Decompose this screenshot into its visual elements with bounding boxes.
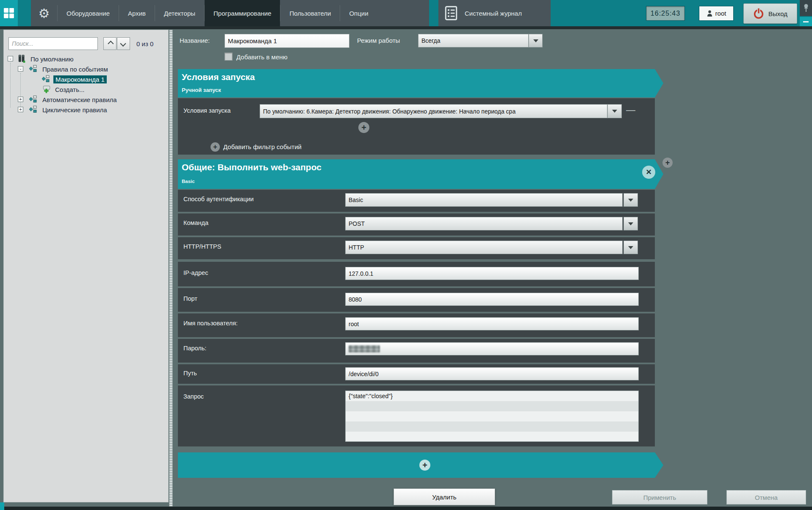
add-action-block-button[interactable]: + <box>662 158 673 168</box>
settings-gear-button[interactable]: ⚙ <box>31 0 57 26</box>
search-next-button[interactable] <box>117 37 130 50</box>
work-mode-dropdown-button[interactable] <box>529 34 543 47</box>
tree-item-label[interactable]: Автоматические правила <box>42 96 117 103</box>
launch-conditions-title: Условия запуска <box>182 72 255 82</box>
tab-2[interactable]: Архив <box>119 0 155 26</box>
search-placeholder: Поиск... <box>12 40 33 47</box>
add-event-filter-label[interactable]: Добавить фильтр событий <box>223 143 302 150</box>
field-input[interactable]: root <box>345 317 639 330</box>
current-user-button[interactable]: root <box>699 6 734 21</box>
field-select[interactable]: HTTP <box>345 241 623 254</box>
form-row-7: Пароль: <box>178 339 655 363</box>
logout-label: Выход <box>768 10 787 17</box>
delete-button[interactable]: Удалить <box>394 488 495 505</box>
chevron-up-icon <box>108 41 114 47</box>
field-input[interactable]: 127.0.0.1 <box>345 267 639 280</box>
logout-button[interactable]: Выход <box>743 3 797 24</box>
add-condition-button[interactable]: + <box>358 122 369 133</box>
form-row-5: Порт8080 <box>178 288 655 312</box>
server-icon <box>17 55 26 64</box>
tab-5[interactable]: Пользователи <box>280 0 340 26</box>
tree-item-2[interactable]: Правила по событиям <box>42 64 108 74</box>
macro-name-value: Макрокоманда 1 <box>228 37 277 44</box>
field-label: IP-адрес <box>183 269 208 276</box>
tree-guide-line <box>20 73 21 109</box>
field-value: HTTP <box>349 244 364 251</box>
search-input[interactable]: Поиск... <box>8 37 98 50</box>
minus-icon <box>803 21 809 22</box>
add-event-filter-plus-button[interactable]: + <box>211 142 220 152</box>
tree-item-label[interactable]: По умолчанию <box>30 55 73 63</box>
delete-label: Удалить <box>432 493 456 501</box>
field-value: root <box>349 321 359 327</box>
launch-condition-value: По умолчанию: 6.Камера: Детектор движени… <box>263 108 515 115</box>
expand-toggle[interactable]: + <box>18 97 23 102</box>
launch-conditions-header: Условия запуска Ручной запуск <box>178 69 663 97</box>
work-mode-select[interactable]: Всегда <box>418 34 529 47</box>
field-select[interactable]: POST <box>345 217 623 230</box>
add-to-menu-label: Добавить в меню <box>236 53 288 61</box>
tree-item-4[interactable]: Создать... <box>55 85 85 94</box>
system-journal-button[interactable]: Системный журнал <box>438 0 551 26</box>
password-value-redacted <box>349 345 380 352</box>
field-select[interactable]: Basic <box>345 193 623 207</box>
cancel-label: Отмена <box>755 494 778 501</box>
collapse-toggle[interactable]: - <box>8 56 13 61</box>
tree-item-1[interactable]: По умолчанию <box>30 54 73 64</box>
system-journal-label: Системный журнал <box>465 10 522 17</box>
rule-icon <box>29 105 37 115</box>
form-row-2: КомандаPOST <box>178 213 655 236</box>
tree-item-label[interactable]: Циклические правила <box>42 106 107 114</box>
close-action-button[interactable]: ✕ <box>642 166 655 179</box>
password-field[interactable] <box>345 342 639 355</box>
field-dropdown-button[interactable] <box>624 193 638 207</box>
grid-icon <box>3 8 14 19</box>
form-row-6: Имя пользователя:root <box>178 313 655 337</box>
tree-item-label[interactable]: Макрокоманда 1 <box>53 75 107 83</box>
tab-strip: ОборудованиеАрхивДетекторыПрограммирован… <box>58 0 377 26</box>
tab-6[interactable]: Опции <box>340 0 377 26</box>
launch-condition-dropdown-button[interactable] <box>607 104 622 118</box>
tab-1[interactable]: Оборудование <box>58 0 119 26</box>
collapse-panel-button[interactable] <box>800 17 812 26</box>
field-input[interactable]: 8080 <box>345 293 639 306</box>
panel-splitter-handle[interactable] <box>169 30 173 507</box>
remove-condition-button[interactable]: — <box>626 106 635 114</box>
pin-panel-button[interactable] <box>800 0 812 16</box>
tree-item-5[interactable]: Автоматические правила <box>42 95 117 104</box>
action-header: Общие: Выполнить web-запрос Basic <box>178 159 663 189</box>
macro-name-label: Название: <box>180 37 210 44</box>
field-dropdown-button[interactable] <box>624 217 638 230</box>
add-action-button[interactable]: + <box>419 460 430 471</box>
macro-name-input[interactable]: Макрокоманда 1 <box>224 34 349 48</box>
apply-label: Применить <box>643 494 676 501</box>
form-row-3: HTTP/HTTPSHTTP <box>178 237 655 259</box>
search-prev-button[interactable] <box>103 37 116 50</box>
main-menu: ⚙ ОборудованиеАрхивДетекторыПрограммиров… <box>31 0 429 26</box>
topbar-shadow-strip <box>0 26 812 29</box>
tree-item-label[interactable]: Создать... <box>55 86 85 93</box>
tab-4[interactable]: Программирование <box>205 0 280 26</box>
field-dropdown-button[interactable] <box>624 241 638 254</box>
field-input[interactable]: /device/di/0 <box>345 367 639 380</box>
rule-icon <box>29 65 37 74</box>
gear-icon: ⚙ <box>39 6 50 21</box>
field-textarea[interactable]: {"state":"closed"} <box>345 391 639 442</box>
app-menu-button[interactable] <box>0 0 18 26</box>
tree-item-label[interactable]: Правила по событиям <box>42 66 108 73</box>
expand-toggle[interactable]: + <box>18 107 23 112</box>
tree-item-3[interactable]: Макрокоманда 1 <box>53 75 107 84</box>
create-icon <box>42 85 51 95</box>
journal-icon <box>444 6 458 20</box>
field-label: HTTP/HTTPS <box>183 243 221 250</box>
tree-guide-line <box>10 63 11 108</box>
apply-button[interactable]: Применить <box>612 490 707 504</box>
launch-condition-select[interactable]: По умолчанию: 6.Камера: Детектор движени… <box>260 104 607 118</box>
cancel-button[interactable]: Отмена <box>726 490 806 504</box>
tree-item-6[interactable]: Циклические правила <box>42 105 107 114</box>
collapse-toggle[interactable]: - <box>18 66 23 72</box>
chevron-down-icon <box>120 41 126 47</box>
application-window: ⚙ ОборудованиеАрхивДетекторыПрограммиров… <box>0 0 812 510</box>
add-to-menu-checkbox[interactable] <box>224 53 233 61</box>
tab-3[interactable]: Детекторы <box>155 0 204 26</box>
